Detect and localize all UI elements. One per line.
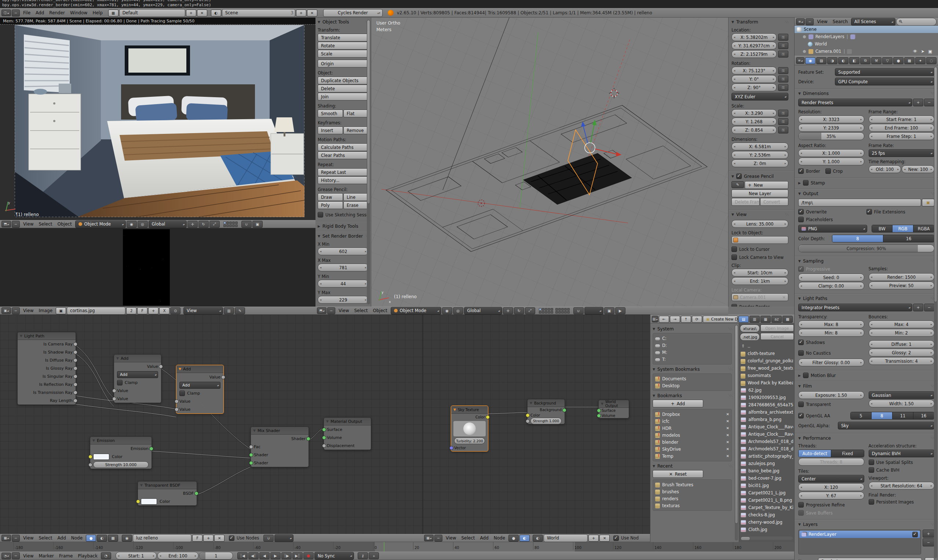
seed-field[interactable]: ◂Seed: 0▸ bbox=[798, 274, 864, 281]
emission-strength-input[interactable]: Strength 10.000 bbox=[90, 461, 151, 469]
editor-type-3dview-icon[interactable]: ⬒ bbox=[317, 307, 327, 314]
pin-icon[interactable]: 📌︎ bbox=[925, 557, 934, 560]
feature-set-select[interactable]: Supported bbox=[835, 68, 934, 76]
tool-shelf-title[interactable]: ▼Object Tools⟍⟍ bbox=[318, 20, 369, 25]
node-output-socket[interactable]: Background bbox=[528, 407, 565, 412]
transform-orientation-select[interactable]: Global bbox=[464, 307, 502, 315]
tree-type-world-icon[interactable]: ◐ bbox=[519, 535, 530, 542]
tool-button[interactable]: Repeat Last bbox=[318, 168, 369, 176]
resolution-y-field[interactable]: ◂Y: 2339▸ bbox=[798, 124, 864, 132]
sampling-panel-title[interactable]: ▼Sampling⟍⟍ bbox=[798, 258, 934, 264]
file-sidebar-scrollbar[interactable] bbox=[735, 325, 738, 540]
fps-select[interactable]: 25 fps bbox=[869, 149, 935, 157]
node-output-socket[interactable]: Is Glossy Ray bbox=[18, 364, 75, 372]
render-layer-row[interactable]: RenderLayer bbox=[799, 531, 920, 538]
scene-field[interactable]: Scene 3 bbox=[222, 9, 295, 17]
menubar-item[interactable]: Help bbox=[90, 10, 105, 15]
recent-item[interactable]: texturas bbox=[655, 502, 729, 509]
fake-user-button[interactable]: F bbox=[137, 307, 148, 314]
layers-grid[interactable] bbox=[539, 308, 553, 314]
snap-mode-select[interactable] bbox=[274, 534, 293, 542]
view-thumbnails-icon[interactable]: ▦ bbox=[761, 316, 771, 323]
timeline-menu-item[interactable]: Marker bbox=[36, 554, 56, 558]
node-transparent-bsdf[interactable]: ▼Transparent BSDF BSDF Color bbox=[137, 481, 197, 506]
device-select[interactable]: GPU Compute bbox=[835, 78, 934, 85]
context-physics-icon[interactable]: ◌ bbox=[926, 57, 936, 64]
turbidity-slider[interactable]: Turbidity: 2.200 bbox=[451, 437, 488, 445]
lock-to-cursor-checkbox[interactable]: Lock to Cursor bbox=[732, 246, 788, 252]
transparent-color-input[interactable]: Color bbox=[138, 497, 197, 505]
tree-type-material-icon[interactable]: ● bbox=[86, 535, 96, 542]
exposure-field[interactable]: ◂Exposure: 1.50▸ bbox=[798, 391, 864, 399]
file-row[interactable]: bed-cover-7.jpg bbox=[741, 475, 793, 482]
node-input-socket[interactable]: Shader bbox=[251, 451, 308, 459]
node-output-socket[interactable]: Value bbox=[114, 362, 161, 371]
dim-z-field[interactable]: ◂Z: 0m▸ bbox=[732, 160, 788, 167]
render-viewport[interactable]: Mem: 577.78M, Peak: 587.84M | Scene | El… bbox=[0, 18, 316, 220]
use-nodes-checkbox[interactable]: Use Nodes bbox=[229, 535, 259, 541]
browse-image-icon[interactable]: ▣ bbox=[56, 307, 66, 314]
node-input-socket[interactable]: Value bbox=[176, 405, 223, 413]
image-users-button[interactable]: 2 bbox=[126, 307, 137, 314]
scale-z-field[interactable]: ◂Z: 0.854▸ bbox=[732, 126, 776, 134]
play-button[interactable]: ▶ bbox=[270, 552, 280, 559]
snap-element-select[interactable] bbox=[584, 307, 604, 315]
viewport-shading-icon[interactable]: ◉ bbox=[126, 221, 137, 228]
lock-icon[interactable]: ⚿ bbox=[778, 42, 788, 49]
math-operation-select[interactable]: Add bbox=[117, 371, 158, 378]
rot-x-field[interactable]: ◂X: 75.123°▸ bbox=[732, 67, 776, 74]
node-header[interactable]: ▼Background bbox=[528, 399, 565, 407]
main-viewport[interactable]: User Ortho Meters (1) relleno xy bbox=[371, 18, 728, 306]
bookmark-item[interactable]: SkyDrive✕ bbox=[655, 446, 729, 452]
gp-new-layer-button[interactable]: New Layer bbox=[732, 189, 788, 197]
gp-line-button[interactable]: Line bbox=[343, 193, 369, 201]
node-input-socket[interactable]: Volume bbox=[324, 434, 371, 442]
file-row[interactable]: cloth-texture bbox=[741, 350, 793, 357]
sync-mode-select[interactable]: No Sync bbox=[314, 552, 354, 560]
playback-sync-icon[interactable]: ◔ bbox=[101, 552, 111, 559]
record-button[interactable] bbox=[303, 552, 314, 559]
tool-button[interactable]: Translate bbox=[318, 34, 369, 42]
node-editor-menu-item[interactable]: View bbox=[20, 535, 36, 540]
node-background[interactable]: ▼Background Background Color Strength 1.… bbox=[527, 399, 565, 424]
xmin-field[interactable]: ◂602▸ bbox=[318, 248, 369, 255]
file-row[interactable]: Archmodels57_018_diff bbox=[741, 438, 793, 445]
film-panel-title[interactable]: ▼Film⟍⟍ bbox=[798, 384, 934, 389]
loc-z-field[interactable]: ◂Z: 2.15279m▸ bbox=[732, 50, 776, 58]
transparency-min-field[interactable]: ◂Min: 8▸ bbox=[798, 329, 864, 337]
clip-start-field[interactable]: ◂Start: 10cm▸ bbox=[732, 269, 788, 277]
outliner-item-scene[interactable]: Scene bbox=[795, 26, 938, 33]
system-drive[interactable]: M: bbox=[655, 349, 729, 356]
recent-item[interactable]: Brush Textures bbox=[655, 481, 729, 488]
viewport-menu-item[interactable]: View bbox=[336, 308, 351, 313]
file-format-select[interactable]: PNG bbox=[798, 225, 867, 232]
shadows-checkbox[interactable]: Shadows bbox=[798, 340, 864, 345]
outliner-scope-select[interactable]: All Scenes bbox=[851, 18, 895, 26]
bookmark-item[interactable]: blender✕ bbox=[655, 438, 729, 446]
visibility-eye-icon[interactable]: 👁︎ bbox=[913, 49, 918, 54]
manipulator-scale-icon[interactable]: ⤢ bbox=[209, 221, 220, 228]
file-row[interactable]: azulejos.png bbox=[741, 460, 793, 467]
viewport-menu-item[interactable]: Object bbox=[55, 222, 74, 227]
node-editor-menu-item[interactable]: Select bbox=[459, 535, 477, 540]
manipulator-scale-icon[interactable]: ⤢ bbox=[525, 307, 535, 314]
node-mix-shader[interactable]: ▼Mix Shader Shader Fac Shader Shader bbox=[251, 426, 309, 467]
channels-toggle[interactable]: BWRGBRGBA bbox=[872, 225, 935, 232]
file-row[interactable]: artistic_photography_2.j bbox=[741, 452, 793, 460]
tool-button[interactable]: Rotate bbox=[318, 42, 369, 49]
current-frame-field[interactable]: 1 bbox=[199, 552, 233, 560]
header-collapse-icon[interactable]: − bbox=[12, 307, 20, 314]
add-preset-button[interactable]: + bbox=[913, 304, 923, 311]
shader-node-editor[interactable]: ▼Light Path Is Camera RayIs Shadow RayIs… bbox=[0, 315, 423, 534]
aspect-y-field[interactable]: ◂Y: 1.000▸ bbox=[798, 158, 864, 165]
crop-checkbox[interactable]: Crop bbox=[826, 168, 843, 174]
reset-recent-button[interactable]: ✕Reset bbox=[653, 470, 703, 478]
properties-scrollbar[interactable] bbox=[934, 67, 937, 558]
node-header[interactable]: ▼Light Path bbox=[18, 332, 75, 340]
jump-to-end-button[interactable]: ▶⏐ bbox=[293, 552, 303, 559]
end-frame-field[interactable]: ◂End Frame: 100▸ bbox=[869, 124, 935, 132]
node-input-socket[interactable]: Displacement bbox=[324, 442, 371, 449]
image-editor-menu-item[interactable]: View bbox=[20, 308, 36, 313]
performance-panel-title[interactable]: ▼Performance⟍⟍ bbox=[798, 436, 934, 441]
add-render-layer-button[interactable]: + bbox=[923, 529, 934, 538]
